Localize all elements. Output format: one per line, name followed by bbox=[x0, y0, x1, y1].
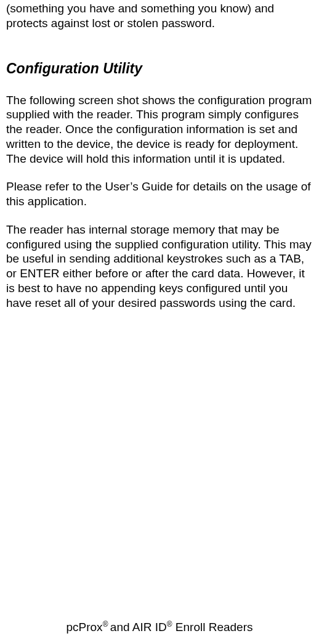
footer-registered-2: ® bbox=[167, 620, 172, 629]
section-heading: Configuration Utility bbox=[6, 60, 313, 77]
footer-registered-1: ® bbox=[103, 620, 110, 629]
paragraph-1: The following screen shot shows the conf… bbox=[6, 93, 313, 166]
paragraph-3: The reader has internal storage memory t… bbox=[6, 222, 313, 311]
page-footer: pcProx® and AIR ID® Enroll Readers bbox=[0, 621, 319, 634]
paragraph-2: Please refer to the User’s Guide for det… bbox=[6, 179, 313, 209]
footer-text-2: and AIR ID bbox=[110, 621, 167, 634]
footer-text-3: Enroll Readers bbox=[172, 621, 253, 634]
footer-text-1: pcProx bbox=[66, 621, 102, 634]
document-page: (something you have and something you kn… bbox=[0, 0, 319, 644]
intro-fragment: (something you have and something you kn… bbox=[6, 0, 313, 31]
